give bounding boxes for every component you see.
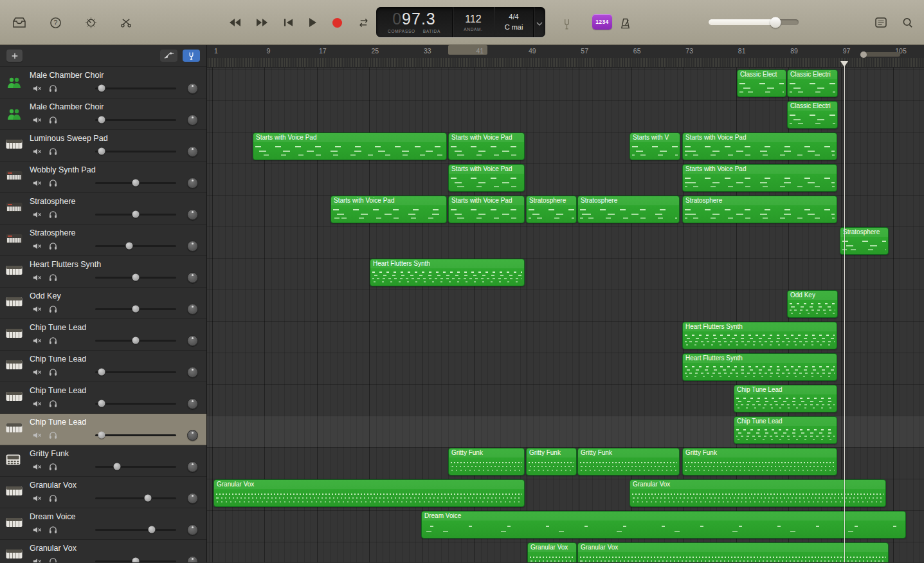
solo-button[interactable] [49,337,57,344]
track-row[interactable]: Chip Tune Lead [0,382,206,414]
track-volume-knob[interactable] [144,495,151,502]
loop-browser-button[interactable] [900,15,915,30]
track-volume-slider[interactable] [95,466,176,468]
skip-start-button[interactable] [282,16,295,29]
track-volume-slider[interactable] [95,497,176,499]
track-volume-knob[interactable] [125,243,132,250]
add-track-button[interactable] [6,50,23,62]
track-volume-knob[interactable] [98,148,105,155]
track-row[interactable]: Stratosphere [0,225,206,256]
metronome-button[interactable] [618,16,633,31]
track-volume-slider[interactable] [95,277,176,279]
midi-region[interactable]: Granular Vox [527,542,577,562]
track-volume-knob[interactable] [114,463,121,470]
playhead-marker[interactable] [840,61,848,67]
midi-region[interactable]: Starts with Voice Pad [682,164,837,192]
solo-button[interactable] [49,84,57,92]
track-volume-slider[interactable] [95,340,176,342]
solo-button[interactable] [49,273,57,281]
pan-knob[interactable] [187,367,198,378]
quick-help-button[interactable]: ? [48,15,64,31]
track-row[interactable]: Dream Voice [0,508,206,540]
zoom-knob[interactable] [860,51,867,58]
mute-button[interactable] [33,116,42,124]
midi-region[interactable]: Granular Vox [213,479,525,507]
count-in-button[interactable]: 1234 [592,14,612,30]
midi-region[interactable]: Granular Vox [630,479,886,507]
pan-knob[interactable] [187,304,198,315]
pan-knob[interactable] [187,209,198,220]
track-volume-slider[interactable] [95,182,176,184]
mute-button[interactable] [33,400,42,407]
track-volume-slider[interactable] [95,151,176,152]
midi-region[interactable]: Starts with Voice Pad [448,164,525,192]
lcd-display[interactable]: 097.3 COMPASSO BATIDA 112 ANDAM. 4/4 C m… [376,7,545,37]
track-volume-slider[interactable] [95,245,176,247]
pan-knob[interactable] [187,178,198,189]
ruler[interactable]: 191725334149576573818997105 [207,45,924,68]
solo-button[interactable] [49,242,57,250]
midi-region[interactable]: Stratosphere [526,196,577,223]
track-volume-knob[interactable] [132,274,140,281]
midi-region[interactable]: Heart Flutters Synth [682,353,837,381]
mute-button[interactable] [33,180,42,187]
mute-button[interactable] [33,274,42,281]
midi-region[interactable]: Gritty Funk [448,448,525,475]
mute-button[interactable] [33,148,42,155]
solo-button[interactable] [49,557,57,562]
mute-button[interactable] [33,526,42,533]
track-row[interactable]: Gritty Funk [0,445,206,477]
track-row[interactable]: Wobbly Synth Pad [0,162,206,193]
master-volume-knob[interactable] [770,17,781,28]
mute-button[interactable] [33,337,42,344]
solo-button[interactable] [49,368,57,376]
track-volume-slider[interactable] [95,308,176,310]
mute-button[interactable] [33,495,42,502]
midi-region[interactable]: Stratosphere [577,196,680,223]
midi-region[interactable]: Starts with V [630,133,680,160]
smart-controls-button[interactable] [83,15,99,31]
zoom-slider[interactable] [860,52,900,57]
solo-button[interactable] [49,116,57,124]
track-row[interactable]: Granular Vox [0,540,206,562]
record-button[interactable] [330,15,345,30]
track-row[interactable]: Stratosphere [0,193,206,225]
mute-button[interactable] [33,432,42,439]
tuning-fork-button[interactable] [561,17,573,32]
pan-knob[interactable] [187,556,198,562]
track-volume-knob[interactable] [132,558,140,563]
lcd-display-mode-button[interactable] [533,7,545,37]
track-volume-slider[interactable] [95,434,176,436]
midi-region[interactable]: Dream Voice [421,511,906,539]
track-row[interactable]: Luminous Sweep Pad [0,130,206,162]
midi-region[interactable]: Starts with Voice Pad [331,196,447,223]
track-volume-slider[interactable] [95,88,176,89]
track-volume-slider[interactable] [95,371,176,373]
solo-button[interactable] [49,305,57,313]
forward-button[interactable] [254,16,271,29]
midi-region[interactable]: Heart Flutters Synth [682,322,837,349]
track-volume-slider[interactable] [95,560,176,562]
solo-button[interactable] [49,526,57,533]
track-volume-knob[interactable] [98,400,105,407]
track-volume-knob[interactable] [149,526,156,533]
mute-button[interactable] [33,558,42,563]
lcd-signature-cell[interactable]: 4/4 C mai [494,7,533,37]
track-volume-knob[interactable] [98,116,105,124]
track-row[interactable]: Male Chamber Choir [0,67,206,98]
track-volume-slider[interactable] [95,403,176,405]
arrange-grid[interactable]: Classic Elect Classic Electri Classic El… [207,68,924,562]
track-volume-knob[interactable] [98,432,105,439]
track-volume-knob[interactable] [98,85,105,92]
midi-region[interactable]: Classic Electri [787,101,838,129]
midi-region[interactable]: Gritty Funk [682,448,837,475]
automation-button[interactable] [160,50,177,62]
track-row[interactable]: Heart Flutters Synth [0,256,206,288]
midi-region[interactable]: Starts with Voice Pad [253,133,447,160]
midi-region[interactable]: Stratosphere [840,227,889,255]
mute-button[interactable] [33,85,42,92]
track-volume-slider[interactable] [95,119,176,121]
mute-button[interactable] [33,243,42,250]
midi-region[interactable]: Chip Tune Lead [734,416,837,444]
solo-button[interactable] [49,494,57,502]
